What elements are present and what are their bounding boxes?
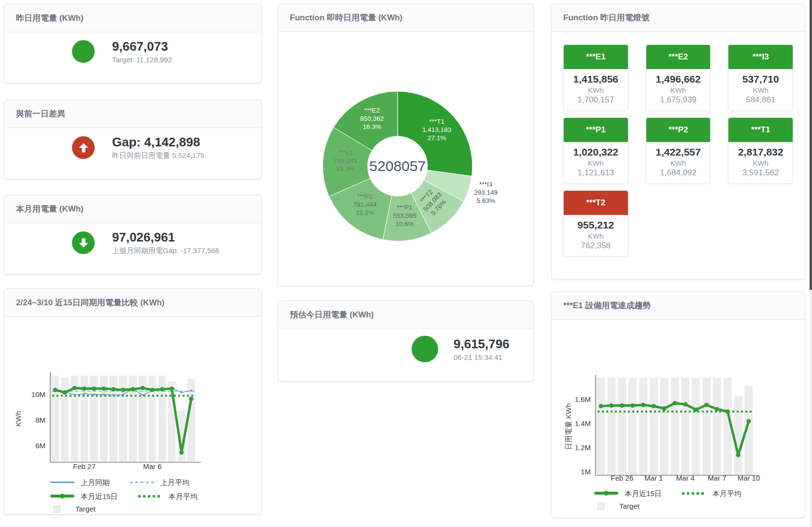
y-axis-label: 日用電量 KWh xyxy=(564,403,572,450)
card-header: 預估今日用電量 (KWh) xyxy=(278,301,533,329)
light-tile: ***P21,422,557KWh1,684,092 xyxy=(646,117,711,184)
light-tile-value: 537,710 xyxy=(730,73,791,85)
light-tile-unit: KWh xyxy=(648,159,709,167)
series-point xyxy=(190,390,192,392)
square-legend-marker-icon xyxy=(53,505,61,513)
dotted-legend-marker-icon xyxy=(682,492,706,495)
thick-legend-marker-icon xyxy=(594,492,618,495)
light-tile: ***P11,020,322KWh1,121,613 xyxy=(563,117,628,184)
series-point xyxy=(189,397,193,401)
series-point xyxy=(92,386,96,391)
light-tile-target: 3,591,562 xyxy=(730,168,791,178)
compare-chart-legend: 上月同期上月平均本月近15日本月平均Target xyxy=(4,474,261,515)
series-point xyxy=(673,401,677,405)
y-tick-label: 6M xyxy=(35,442,45,450)
compare-line-chart[interactable]: 6M8M10MFeb 27Mar 6KWh xyxy=(4,317,262,472)
y-tick-label: 10M xyxy=(31,390,45,399)
light-tile-unit: KWh xyxy=(566,86,626,94)
light-tile-target: 1,675,939 xyxy=(648,95,709,105)
card-header: Function 即時日用電量 (KWh) xyxy=(278,4,533,32)
series-point xyxy=(630,403,635,408)
y-tick-label: 1.2M xyxy=(575,443,591,452)
e1-trend-line-chart[interactable]: 1M1.2M1.4M1.6MFeb 26Mar 1Mar 4Mar 7Mar 1… xyxy=(552,320,806,484)
target-bar xyxy=(607,378,615,475)
x-tick-label: Mar 10 xyxy=(738,474,760,482)
series-point xyxy=(704,403,709,407)
target-bar xyxy=(681,378,689,475)
light-tile-unit: KWh xyxy=(730,159,791,167)
card-title: ***E1 設備用電達成趨勢 xyxy=(563,301,651,310)
legend-item[interactable]: 上月同期 xyxy=(50,477,110,487)
donut-slice-label: ***I3293,1495.63% xyxy=(474,181,498,204)
series-point xyxy=(101,386,106,391)
page-scrollbar-thumb[interactable] xyxy=(810,0,812,290)
card-day-gap: 與前一日差異 Gap: 4,142,898 昨日與前日用電量 5,524,175 xyxy=(4,100,262,179)
stat-value: 97,026,961 xyxy=(112,230,219,245)
card-e1-trend-chart: ***E1 設備用電達成趨勢 1M1.2M1.4M1.6MFeb 26Mar 1… xyxy=(551,291,805,518)
card-header: Function 昨日用電燈號 xyxy=(552,4,805,32)
legend-item[interactable]: 上月平均 xyxy=(130,477,189,487)
card-title: Function 昨日用電燈號 xyxy=(563,13,649,22)
donut-center-total: 5208057 xyxy=(370,158,426,174)
light-tile-value: 2,817,832 xyxy=(730,146,791,158)
light-tile-label: ***I3 xyxy=(728,45,793,69)
light-tile: ***T12,817,832KWh3,591,562 xyxy=(728,117,793,184)
legend-item[interactable]: Target xyxy=(594,501,640,511)
card-month-usage: 本月用電量 (KWh) 97,026,961 上個月同期用電Gap: -17,3… xyxy=(4,195,262,274)
line-legend-marker-icon xyxy=(50,482,74,483)
series-point xyxy=(122,394,124,396)
x-tick-label: Mar 7 xyxy=(708,474,726,482)
light-tile-label: ***E1 xyxy=(564,45,628,69)
stat-value: 9,615,796 xyxy=(454,337,510,352)
light-tile-value: 955,212 xyxy=(566,219,626,231)
legend-item[interactable]: 本月近15日 xyxy=(594,488,662,499)
legend-item[interactable]: 本月平均 xyxy=(682,488,741,499)
light-tile-unit: KWh xyxy=(730,86,791,94)
series-point xyxy=(683,402,687,407)
y-tick-label: 1.6M xyxy=(575,395,591,403)
series-point xyxy=(113,394,114,396)
dashed-legend-marker-icon xyxy=(130,482,154,483)
legend-item[interactable]: 本月平均 xyxy=(138,491,198,501)
card-header: 2/24~3/10 近15日同期用電量比較 (KWh) xyxy=(4,289,261,317)
legend-item[interactable]: 本月近15日 xyxy=(50,491,118,501)
realtime-usage-donut-chart[interactable]: ***T11,413,18327.1%***I3293,1495.63%***T… xyxy=(278,32,534,285)
stat-timestamp: 06-21 15:34:41 xyxy=(454,353,510,361)
card-title: 昨日用電量 (KWh) xyxy=(16,14,84,23)
card-compare-chart: 2/24~3/10 近15日同期用電量比較 (KWh) 6M8M10MFeb 2… xyxy=(4,288,262,514)
light-tile-value: 1,020,322 xyxy=(566,146,626,158)
legend-item[interactable]: Target xyxy=(50,504,96,514)
legend-label: 上月同期 xyxy=(81,477,110,487)
middle-column: Function 即時日用電量 (KWh) ***T11,413,18327.1… xyxy=(278,3,534,382)
light-tile: ***E21,496,662KWh1,675,939 xyxy=(646,44,711,111)
card-header: ***E1 設備用電達成趨勢 xyxy=(552,292,805,320)
light-tile: ***I3537,710KWh584,861 xyxy=(728,44,793,111)
x-tick-label: Mar 6 xyxy=(143,462,161,470)
series-point xyxy=(103,394,105,396)
light-tile-value: 1,496,662 xyxy=(648,73,709,85)
series-point xyxy=(179,450,184,455)
arrow-down-icon xyxy=(72,231,95,254)
card-title: 本月用電量 (KWh) xyxy=(16,204,84,214)
card-header: 與前一日差異 xyxy=(4,100,261,128)
y-tick-label: 1.4M xyxy=(575,419,591,427)
series-point xyxy=(726,410,730,414)
card-header: 本月用電量 (KWh) xyxy=(4,195,261,223)
series-point xyxy=(82,386,86,391)
series-point xyxy=(111,387,115,391)
light-tile-unit: KWh xyxy=(566,159,626,167)
light-tile-label: ***P2 xyxy=(646,118,711,142)
light-tile-target: 584,861 xyxy=(730,95,791,105)
target-bar xyxy=(628,378,637,475)
legend-label: 上月平均 xyxy=(160,477,189,487)
target-bar xyxy=(618,378,626,475)
x-tick-label: Mar 1 xyxy=(644,474,663,482)
card-title: 與前一日差異 xyxy=(16,109,65,118)
light-tile-unit: KWh xyxy=(566,232,626,240)
series-point xyxy=(694,408,698,412)
series-point xyxy=(181,392,183,394)
target-bar xyxy=(713,378,721,475)
arrow-up-icon xyxy=(72,136,95,159)
series-point xyxy=(72,386,77,390)
light-tile-target: 1,684,092 xyxy=(648,168,709,178)
